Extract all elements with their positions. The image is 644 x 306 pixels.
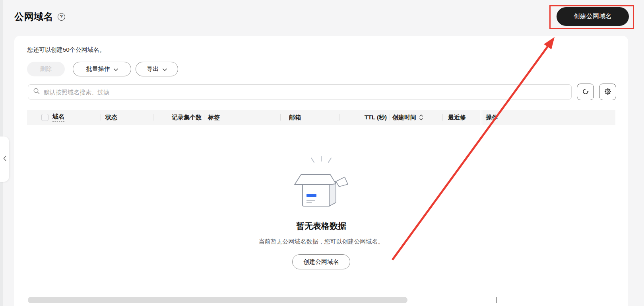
sidebar-collapse-handle[interactable] [0,136,9,182]
empty-description: 当前暂无公网域名数据，您可以创建公网域名。 [27,238,615,246]
column-modified-at: 最近修 [442,110,480,125]
sort-icon[interactable] [419,114,423,121]
gear-icon [604,88,612,97]
column-email: 邮箱 [280,110,339,125]
horizontal-scrollbar-thumb[interactable] [28,297,407,303]
create-public-zone-button[interactable]: 创建公网域名 [557,7,629,26]
export-button[interactable]: 导出 [136,62,178,76]
chevron-down-icon [163,66,167,72]
empty-box-icon [291,201,351,208]
refresh-button[interactable] [577,84,594,100]
chevron-down-icon [114,66,118,72]
select-all-checkbox[interactable] [41,114,48,121]
column-created-at-label: 创建时间 [392,114,416,121]
search-icon [33,88,40,96]
delete-button[interactable]: 删除 [27,62,65,76]
empty-state: 暂无表格数据 当前暂无公网域名数据，您可以创建公网域名。 创建公网域名 [27,156,615,269]
search-box[interactable] [28,84,572,99]
column-actions: 操作 [480,110,615,125]
batch-actions-label: 批量操作 [86,65,110,73]
chevron-left-icon [3,156,6,163]
toolbar: 删除 批量操作 导出 [27,62,178,76]
quota-text: 您还可以创建50个公网域名。 [27,46,105,54]
content-panel: 您还可以创建50个公网域名。 删除 批量操作 导出 [14,36,628,306]
column-domain-label[interactable]: 域名 [52,113,64,122]
export-label: 导出 [147,65,159,73]
refresh-icon [582,88,590,97]
column-status: 状态 [101,110,153,125]
table-settings-button[interactable] [599,84,616,100]
help-icon[interactable]: ? [58,13,65,21]
search-input[interactable] [44,89,566,96]
column-recordsets: 记录集个数 [153,110,204,125]
empty-title: 暂无表格数据 [27,220,615,232]
column-domain: 域名 [52,110,101,125]
page-title: 公网域名 [14,10,53,23]
select-all-cell [27,110,52,125]
create-public-zone-empty-button[interactable]: 创建公网域名 [292,254,350,269]
table-header: 域名 状态 记录集个数 标签 邮箱 TTL (秒) 创建时间 最近修 操作 [27,110,615,125]
column-tags: 标签 [204,110,280,125]
column-created-at: 创建时间 [390,110,442,125]
column-ttl: TTL (秒) [339,110,390,125]
fixed-column-divider [496,297,497,303]
page-header: 公网域名 ? [14,10,65,23]
batch-actions-button[interactable]: 批量操作 [73,62,131,76]
